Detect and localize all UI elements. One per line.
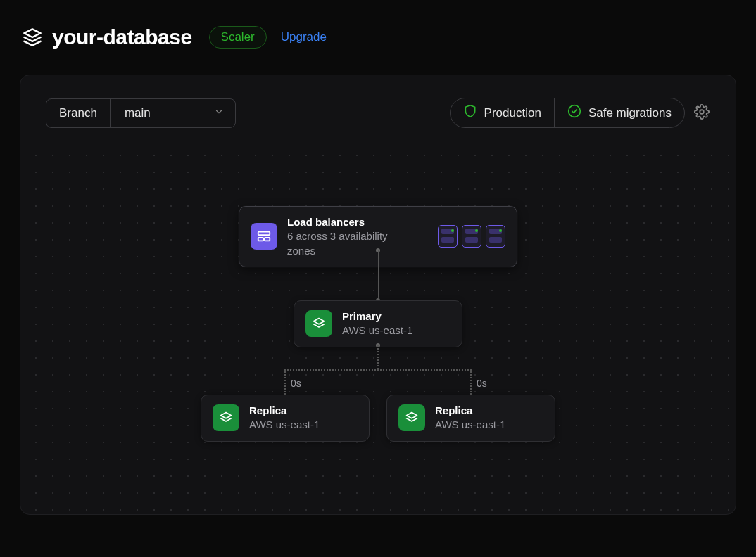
replica-subtitle: AWS us-east-1 bbox=[435, 418, 505, 432]
database-icon bbox=[398, 404, 425, 431]
load-balancer-cubes bbox=[438, 225, 505, 248]
svg-point-1 bbox=[569, 105, 581, 117]
primary-title: Primary bbox=[342, 309, 412, 324]
plan-badge: Scaler bbox=[209, 26, 267, 49]
primary-text: Primary AWS us-east-1 bbox=[342, 309, 412, 338]
panel-toolbar: Branch main Production bbox=[20, 75, 736, 128]
load-balancer-icon bbox=[251, 223, 277, 250]
status-group: Production Safe migrations bbox=[450, 98, 710, 128]
upgrade-link[interactable]: Upgrade bbox=[281, 30, 327, 44]
primary-subtitle: AWS us-east-1 bbox=[342, 324, 412, 338]
svg-rect-4 bbox=[258, 238, 263, 241]
production-badge[interactable]: Production bbox=[451, 98, 554, 127]
database-icon bbox=[213, 404, 239, 431]
replica-title: Replica bbox=[435, 404, 505, 418]
lb-cube-icon bbox=[462, 225, 481, 248]
branch-selector: Branch main bbox=[46, 98, 236, 128]
database-icon bbox=[305, 310, 332, 337]
connector-line-dotted bbox=[377, 345, 379, 369]
connector-line bbox=[378, 250, 379, 298]
database-title: your-database bbox=[52, 25, 192, 49]
gear-icon bbox=[694, 104, 710, 122]
settings-button[interactable] bbox=[693, 105, 710, 122]
replica-node[interactable]: Replica AWS us-east-1 bbox=[201, 395, 370, 442]
svg-rect-5 bbox=[265, 238, 270, 241]
replica-text: Replica AWS us-east-1 bbox=[435, 404, 505, 433]
branch-value: main bbox=[125, 106, 151, 120]
load-balancer-subtitle: 6 across 3 availability zones bbox=[287, 229, 415, 258]
replica-text: Replica AWS us-east-1 bbox=[249, 404, 320, 433]
svg-marker-8 bbox=[407, 413, 417, 418]
replication-lag: 0s bbox=[291, 378, 301, 389]
replica-subtitle: AWS us-east-1 bbox=[249, 418, 320, 432]
layers-icon bbox=[23, 27, 42, 47]
replica-node[interactable]: Replica AWS us-east-1 bbox=[386, 395, 555, 442]
load-balancer-title: Load balancers bbox=[287, 215, 415, 229]
branch-label: Branch bbox=[46, 99, 111, 127]
status-pills: Production Safe migrations bbox=[450, 98, 685, 128]
svg-marker-6 bbox=[314, 319, 325, 324]
connector-line-dotted bbox=[284, 369, 286, 395]
check-circle-icon bbox=[567, 104, 581, 122]
lb-cube-icon bbox=[438, 225, 458, 248]
page-header: your-database Scaler Upgrade bbox=[0, 0, 756, 49]
branch-dropdown[interactable]: main bbox=[111, 99, 235, 127]
replication-lag: 0s bbox=[477, 378, 487, 389]
primary-node[interactable]: Primary AWS us-east-1 bbox=[294, 300, 462, 347]
svg-marker-0 bbox=[24, 29, 40, 37]
shield-icon bbox=[463, 104, 477, 122]
svg-marker-7 bbox=[221, 413, 232, 418]
chevron-down-icon bbox=[214, 106, 224, 120]
connector-line-dotted bbox=[285, 369, 471, 371]
safe-migrations-label: Safe migrations bbox=[588, 106, 672, 120]
connector-line-dotted bbox=[470, 369, 472, 395]
production-label: Production bbox=[484, 106, 541, 120]
replica-title: Replica bbox=[249, 404, 320, 418]
topology-panel: Branch main Production bbox=[20, 75, 736, 515]
topology-canvas: Load balancers 6 across 3 availability z… bbox=[20, 140, 736, 514]
load-balancer-text: Load balancers 6 across 3 availability z… bbox=[287, 215, 415, 258]
safe-migrations-badge[interactable]: Safe migrations bbox=[554, 98, 684, 127]
lb-cube-icon bbox=[486, 225, 505, 248]
svg-rect-3 bbox=[258, 232, 270, 236]
svg-point-2 bbox=[700, 110, 704, 114]
